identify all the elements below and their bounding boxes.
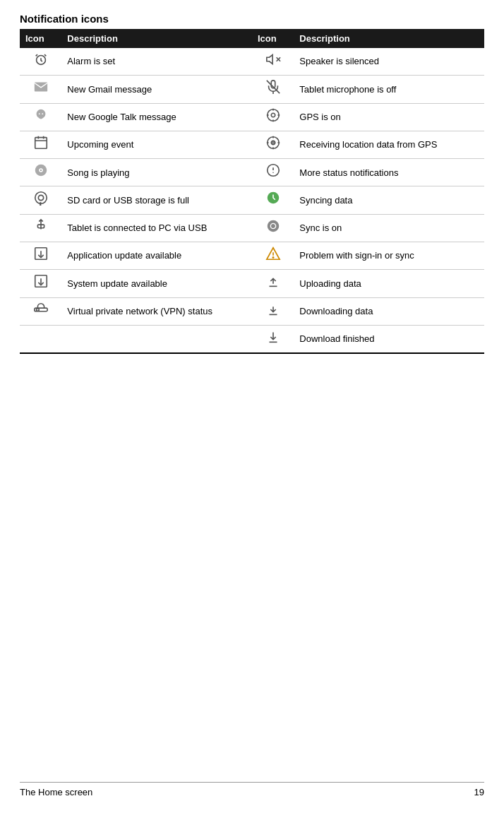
icon-cell-left	[20, 325, 61, 353]
icon-cell-left	[20, 76, 61, 103]
table-row: New Google Talk messageGPS is on	[20, 103, 484, 131]
desc-cell-right: Receiving location data from GPS	[294, 131, 484, 158]
col-header-icon2: Icon	[252, 29, 294, 48]
desc-cell-left: Application update available	[61, 242, 252, 270]
icon-cell-left	[20, 48, 61, 76]
icon-cell-left	[20, 131, 61, 158]
icon-cell-right	[252, 270, 294, 297]
desc-cell-right: Problem with sign-in or sync	[294, 242, 484, 270]
icon-cell-left	[20, 270, 61, 297]
table-row: Virtual private network (VPN) statusDown…	[20, 297, 484, 325]
desc-cell-left: Upcoming event	[61, 131, 252, 158]
icon-cell-right	[252, 325, 294, 353]
table-row: Upcoming eventReceiving location data fr…	[20, 131, 484, 158]
desc-cell-left: New Google Talk message	[61, 103, 252, 131]
svg-point-11	[271, 113, 275, 117]
desc-cell-left: System update available	[61, 270, 252, 297]
icon-cell-left	[20, 214, 61, 242]
icon-cell-right	[252, 76, 294, 103]
table-row: Alarm is setSpeaker is silenced	[20, 48, 484, 76]
icon-cell-right	[252, 48, 294, 76]
desc-cell-right: Sync is on	[294, 214, 484, 242]
desc-cell-right: Speaker is silenced	[294, 48, 484, 76]
table-row: Application update availableProblem with…	[20, 242, 484, 270]
svg-point-36	[272, 257, 273, 258]
table-row: Tablet is connected to PC via USBSync is…	[20, 214, 484, 242]
desc-cell-left: New Gmail message	[61, 76, 252, 103]
icon-cell-right	[252, 159, 294, 186]
col-header-icon1: Icon	[20, 29, 61, 48]
icon-cell-right	[252, 103, 294, 131]
icon-cell-left: !	[20, 186, 61, 214]
desc-cell-left: Virtual private network (VPN) status	[61, 297, 252, 325]
icon-cell-left	[20, 159, 61, 186]
page-title: Notification icons	[20, 13, 484, 25]
svg-text:!: !	[40, 201, 41, 206]
desc-cell-right: Uploading data	[294, 270, 484, 297]
table-row: System update availableUploading data	[20, 270, 484, 297]
desc-cell-left: SD card or USB storage is full	[61, 186, 252, 214]
col-header-desc1: Description	[61, 29, 252, 48]
table-row: Song is playingMore status notifications	[20, 159, 484, 186]
desc-cell-right: Syncing data	[294, 186, 484, 214]
icon-cell-right	[252, 242, 294, 270]
desc-cell-right: Tablet microphone is off	[294, 76, 484, 103]
desc-cell-left: Tablet is connected to PC via USB	[61, 214, 252, 242]
icon-cell-right	[252, 186, 294, 214]
svg-point-25	[40, 170, 42, 171]
desc-cell-right: More status notifications	[294, 159, 484, 186]
svg-rect-16	[35, 138, 47, 149]
footer-left: The Home screen	[20, 787, 92, 797]
table-row: New Gmail messageTablet microphone is of…	[20, 76, 484, 103]
desc-cell-left	[61, 325, 252, 353]
icon-cell-right	[252, 214, 294, 242]
icon-cell-left	[20, 297, 61, 325]
svg-point-40	[36, 308, 39, 311]
page-footer: The Home screen 19	[20, 782, 484, 797]
notification-icons-table: Icon Description Icon Description Alarm …	[20, 29, 484, 354]
desc-cell-right: Downloading data	[294, 297, 484, 325]
svg-point-9	[42, 113, 43, 114]
icon-cell-left	[20, 103, 61, 131]
icon-cell-left	[20, 242, 61, 270]
icon-cell-right	[252, 131, 294, 158]
footer-right: 19	[474, 787, 484, 797]
desc-cell-left: Alarm is set	[61, 48, 252, 76]
desc-cell-right: GPS is on	[294, 103, 484, 131]
svg-point-33	[267, 220, 279, 232]
svg-point-18	[271, 141, 275, 145]
desc-cell-left: Song is playing	[61, 159, 252, 186]
table-row: !SD card or USB storage is fullSyncing d…	[20, 186, 484, 214]
svg-point-10	[267, 109, 279, 121]
svg-point-30	[38, 196, 43, 201]
col-header-desc2: Description	[294, 29, 484, 48]
svg-point-8	[38, 113, 40, 114]
svg-rect-3	[34, 83, 47, 92]
desc-cell-right: Download finished	[294, 325, 484, 353]
table-row: Download finished	[20, 325, 484, 353]
icon-cell-right	[252, 297, 294, 325]
